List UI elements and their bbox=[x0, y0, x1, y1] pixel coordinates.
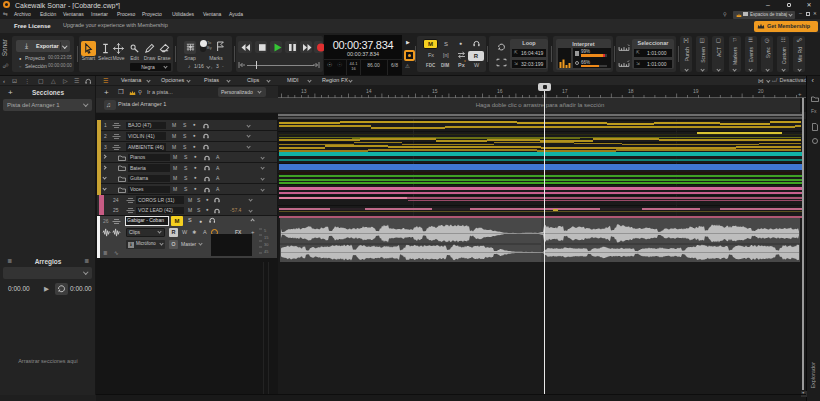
svg-text:15: 15 bbox=[264, 235, 269, 240]
svg-text:30: 30 bbox=[264, 242, 269, 247]
svg-text:5: 5 bbox=[264, 228, 267, 233]
svg-text:45: 45 bbox=[264, 249, 269, 254]
